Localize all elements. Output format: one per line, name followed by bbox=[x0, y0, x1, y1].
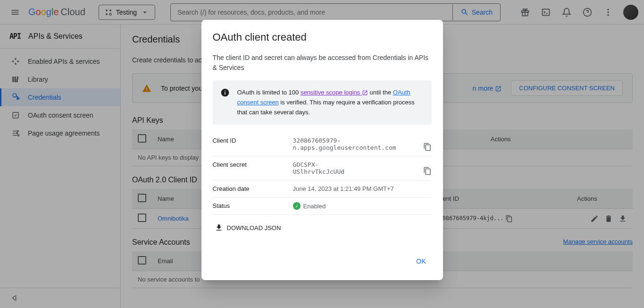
oauth-created-modal: OAuth client created The client ID and s… bbox=[201, 20, 443, 280]
ok-button[interactable]: OK bbox=[410, 254, 431, 269]
creation-date-label: Creation date bbox=[213, 185, 293, 192]
copy-icon[interactable] bbox=[423, 143, 432, 151]
client-secret-value: GOCSPX- USlhrvTkcJcUUd bbox=[293, 161, 432, 175]
status-label: Status bbox=[213, 202, 293, 209]
info-box: OAuth is limited to 100 sensitive scope … bbox=[213, 80, 432, 125]
download-icon bbox=[215, 223, 223, 232]
modal-footer: OK bbox=[213, 254, 432, 269]
download-json-button[interactable]: DOWNLOAD JSON bbox=[213, 221, 432, 235]
client-id-row: Client ID 320867605979- n.apps.googleuse… bbox=[213, 132, 432, 156]
client-secret-row: Client secret GOCSPX- USlhrvTkcJcUUd bbox=[213, 156, 432, 180]
download-json-label: DOWNLOAD JSON bbox=[227, 224, 281, 231]
client-secret-label: Client secret bbox=[213, 161, 293, 168]
creation-date-value: June 14, 2023 at 1:21:49 PM GMT+7 bbox=[293, 185, 432, 192]
modal-title: OAuth client created bbox=[213, 31, 432, 43]
info-text: OAuth is limited to 100 sensitive scope … bbox=[237, 88, 424, 117]
status-row: Status ✓ Enabled bbox=[213, 197, 432, 215]
copy-icon[interactable] bbox=[423, 167, 432, 175]
check-icon: ✓ bbox=[293, 202, 301, 210]
client-id-value: 320867605979- n.apps.googleusercontent.c… bbox=[293, 137, 432, 151]
status-value: ✓ Enabled bbox=[293, 202, 432, 210]
client-id-label: Client ID bbox=[213, 137, 293, 144]
creation-date-row: Creation date June 14, 2023 at 1:21:49 P… bbox=[213, 180, 432, 197]
modal-description: The client ID and secret can always be a… bbox=[213, 53, 432, 73]
sensitive-scope-link[interactable]: sensitive scope logins bbox=[301, 89, 368, 96]
info-icon bbox=[220, 88, 230, 117]
external-link-icon bbox=[362, 90, 368, 96]
